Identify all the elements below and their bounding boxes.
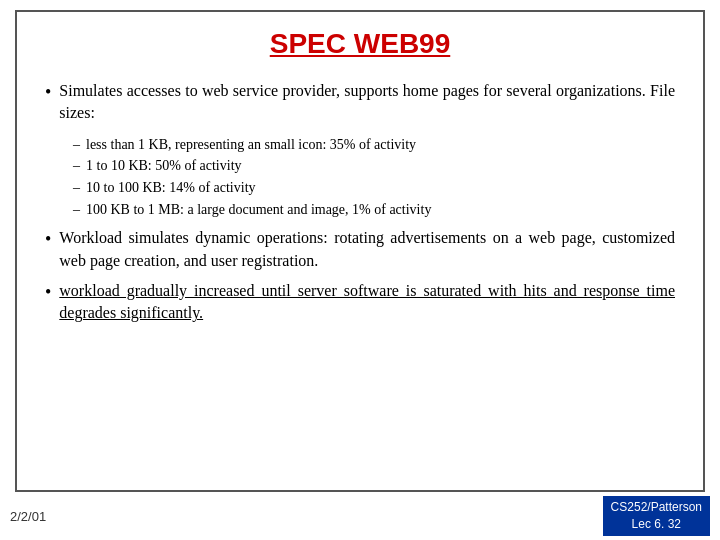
bullet-item-3: • workload gradually increased until ser… [45, 280, 675, 325]
badge-line1: CS252/Patterson [611, 499, 702, 516]
sub-bullets-1: – less than 1 KB, representing an small … [73, 135, 675, 221]
footer-date: 2/2/01 [10, 509, 46, 524]
dash-icon-1: – [73, 135, 80, 155]
bullet-text-1: Simulates accesses to web service provid… [59, 80, 675, 125]
dash-icon-3: – [73, 178, 80, 198]
bullet-icon-1: • [45, 80, 51, 105]
sub-bullet-text-1: less than 1 KB, representing an small ic… [86, 135, 416, 155]
footer-badge: CS252/Patterson Lec 6. 32 [603, 496, 710, 536]
title-text: SPEC WEB99 [37, 28, 683, 60]
sub-bullet-item-2: – 1 to 10 KB: 50% of activity [73, 156, 675, 176]
slide-content: • Simulates accesses to web service prov… [17, 72, 703, 490]
sub-bullet-item-1: – less than 1 KB, representing an small … [73, 135, 675, 155]
slide-title: SPEC WEB99 [17, 12, 703, 72]
sub-bullet-text-4: 100 KB to 1 MB: a large document and ima… [86, 200, 431, 220]
sub-bullet-item-4: – 100 KB to 1 MB: a large document and i… [73, 200, 675, 220]
sub-bullet-text-2: 1 to 10 KB: 50% of activity [86, 156, 242, 176]
bullet-text-3: workload gradually increased until serve… [59, 280, 675, 325]
bullet-text-2: Workload simulates dynamic operations: r… [59, 227, 675, 272]
badge-line2: Lec 6. 32 [611, 516, 702, 533]
slide-container: SPEC WEB99 • Simulates accesses to web s… [15, 10, 705, 492]
dash-icon-4: – [73, 200, 80, 220]
sub-bullet-item-3: – 10 to 100 KB: 14% of activity [73, 178, 675, 198]
sub-bullet-text-3: 10 to 100 KB: 14% of activity [86, 178, 256, 198]
footer: 2/2/01 CS252/Patterson Lec 6. 32 [0, 492, 720, 540]
bullet-icon-3: • [45, 280, 51, 305]
bullet-item-1: • Simulates accesses to web service prov… [45, 80, 675, 125]
dash-icon-2: – [73, 156, 80, 176]
bullet-icon-2: • [45, 227, 51, 252]
bullet-item-2: • Workload simulates dynamic operations:… [45, 227, 675, 272]
